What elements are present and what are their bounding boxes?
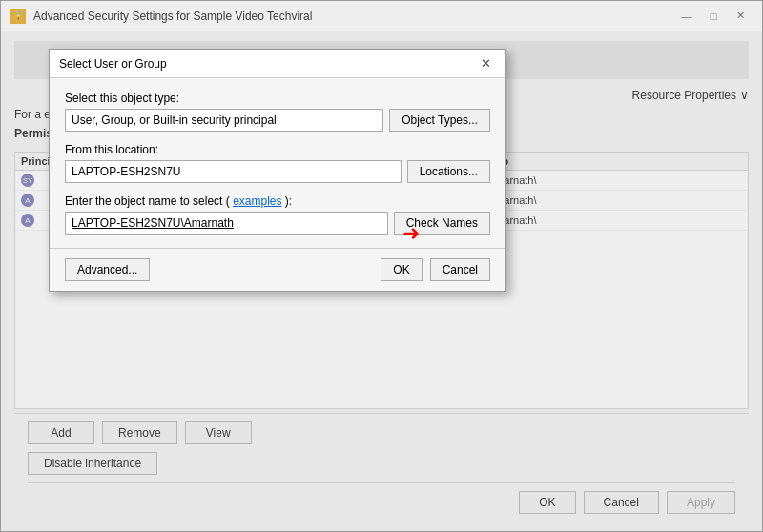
dialog-close-button[interactable]: ✕: [475, 55, 496, 72]
check-names-button[interactable]: Check Names: [394, 212, 490, 235]
object-type-label: Select this object type:: [65, 92, 490, 105]
dialog-overlay: Select User or Group ✕ Select this objec…: [1, 1, 762, 531]
location-input[interactable]: [65, 160, 402, 183]
main-window: 🔒 Advanced Security Settings for Sample …: [0, 0, 763, 532]
advanced-button[interactable]: Advanced...: [65, 258, 150, 281]
dialog-ok-button[interactable]: OK: [381, 258, 422, 281]
object-types-button[interactable]: Object Types...: [389, 109, 490, 132]
locations-button[interactable]: Locations...: [407, 160, 490, 183]
dialog-body: Select this object type: Object Types...…: [50, 78, 505, 248]
dialog-footer-left: Advanced...: [65, 258, 150, 281]
enter-name-section: Enter the object name to select ( exampl…: [65, 194, 490, 235]
object-type-row: Object Types...: [65, 109, 490, 132]
location-label: From this location:: [65, 143, 490, 156]
object-type-input[interactable]: [65, 109, 383, 132]
examples-link[interactable]: examples: [233, 194, 281, 208]
object-name-input[interactable]: [65, 212, 388, 235]
select-user-dialog: Select User or Group ✕ Select this objec…: [49, 49, 506, 292]
dialog-title: Select User or Group: [59, 57, 167, 71]
name-input-row: Check Names: [65, 212, 490, 235]
enter-name-label: Enter the object name to select ( exampl…: [65, 194, 490, 208]
dialog-title-bar: Select User or Group ✕: [50, 50, 505, 78]
dialog-footer: Advanced... OK Cancel: [50, 248, 505, 291]
object-type-section: Select this object type: Object Types...: [65, 92, 490, 132]
dialog-footer-right: OK Cancel: [381, 258, 490, 281]
location-row: Locations...: [65, 160, 490, 183]
dialog-cancel-button[interactable]: Cancel: [430, 258, 490, 281]
location-section: From this location: Locations...: [65, 143, 490, 183]
